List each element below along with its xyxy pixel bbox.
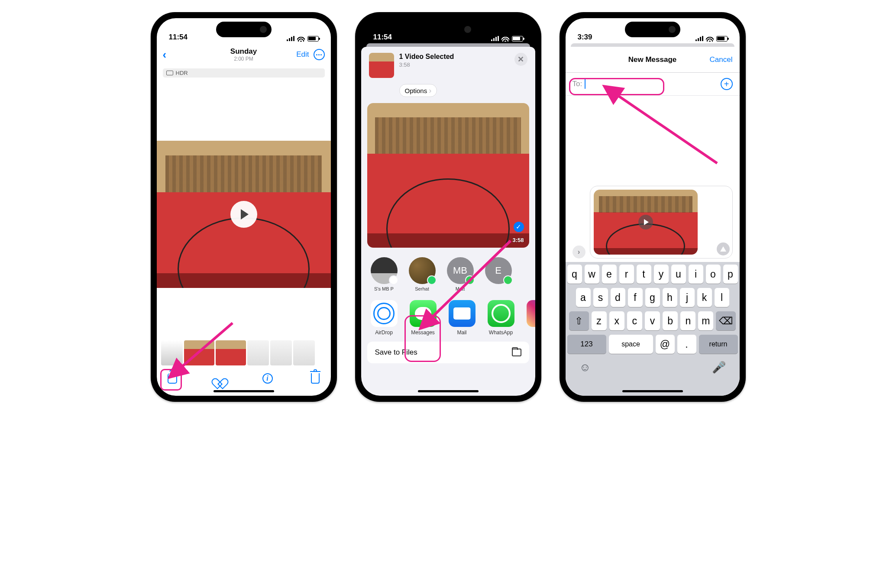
home-indicator[interactable] [418,390,479,392]
keyboard-key[interactable]: q [567,265,582,284]
nav-bar: ‹ Sunday 2:00 PM Edit [157,43,331,66]
home-indicator[interactable] [213,390,274,392]
emoji-button[interactable]: ☺ [579,361,591,374]
status-time: 11:54 [373,33,392,42]
new-message-screen: 3:39 New Message Cancel To: + [566,18,740,396]
keyboard-key[interactable]: f [628,288,643,307]
keyboard-shift-key[interactable]: ⇧ [569,311,589,330]
delete-button[interactable] [309,372,321,384]
thumb-item[interactable] [247,340,269,365]
add-contact-button[interactable]: + [721,78,733,90]
keyboard[interactable]: qwertyuiop asdfghjkl ⇧zxcvbnm⌫ 123 space… [566,262,740,396]
recipient-input[interactable] [588,80,652,88]
keyboard-key[interactable]: c [627,311,642,330]
send-button[interactable] [717,242,730,255]
share-button[interactable] [166,372,178,384]
selected-check-icon[interactable]: ✓ [514,222,524,232]
keyboard-key[interactable]: o [706,265,721,284]
keyboard-delete-key[interactable]: ⌫ [716,311,736,330]
recipient-row[interactable]: To: + [566,73,740,96]
thumb-item[interactable] [293,340,315,365]
keyboard-key[interactable]: b [663,311,678,330]
thumb-item[interactable] [216,340,246,365]
keyboard-key[interactable]: s [593,288,608,307]
keyboard-key[interactable]: p [723,265,738,284]
back-button[interactable]: ‹ [163,48,167,61]
keyboard-space-key[interactable]: space [609,335,653,354]
share-app-messages[interactable]: Messages [408,300,438,336]
share-contact[interactable]: E [483,257,514,291]
thumb-item[interactable] [184,340,214,365]
keyboard-key[interactable]: t [637,265,651,284]
nav-bar: New Message Cancel [566,47,740,73]
bottom-toolbar: i [157,368,331,389]
share-contact[interactable]: S's MB P [369,257,399,291]
share-sheet: 1 Video Selected 3:58 ✕ Options › ✓ 3:58… [361,47,535,396]
battery-icon [307,36,319,42]
wifi-icon [706,36,714,42]
keyboard-key[interactable]: e [602,265,617,284]
share-sheet-screen: 11:54 1 Video Selected 3:58 ✕ Options › [361,18,535,396]
close-button[interactable]: ✕ [514,53,527,66]
share-app-instagram[interactable]: In [525,300,535,336]
keyboard-at-key[interactable]: @ [656,335,675,354]
thumb-item[interactable] [270,340,292,365]
photos-screen: 11:54 ‹ Sunday 2:00 PM Edit HDR [157,18,331,396]
keyboard-key[interactable]: l [715,288,729,307]
keyboard-key[interactable]: j [680,288,695,307]
share-app-whatsapp[interactable]: WhatsApp [486,300,516,336]
messages-badge-icon [465,275,475,285]
keyboard-key[interactable]: a [576,288,591,307]
dynamic-island [421,22,476,37]
wifi-icon [297,36,305,42]
save-to-files-action[interactable]: Save to Files [367,342,529,363]
status-time: 3:39 [578,33,592,42]
dictation-button[interactable]: 🎤 [712,361,726,374]
share-actions-list: Save to Files [367,342,529,363]
message-area: › [566,96,740,262]
keyboard-dot-key[interactable]: . [677,335,696,354]
video-attachment[interactable] [594,190,698,255]
thumb-item[interactable] [161,340,183,365]
keyboard-key[interactable]: g [645,288,660,307]
keyboard-key[interactable]: x [609,311,624,330]
keyboard-key[interactable]: z [592,311,607,330]
keyboard-key[interactable]: k [697,288,712,307]
video-thumbnail[interactable] [157,141,331,288]
keyboard-return-key[interactable]: return [699,335,738,354]
keyboard-key[interactable]: r [619,265,634,284]
photo-viewer[interactable]: i [157,80,331,396]
keyboard-key[interactable]: m [698,311,713,330]
keyboard-key[interactable]: v [645,311,660,330]
nav-title-time: 2:00 PM [230,56,257,62]
share-preview[interactable]: ✓ 3:58 [367,103,529,248]
keyboard-key[interactable]: y [654,265,669,284]
message-bubble[interactable] [590,186,733,258]
keyboard-numbers-key[interactable]: 123 [567,335,606,354]
edit-button[interactable]: Edit [296,50,309,59]
keyboard-key[interactable]: i [689,265,703,284]
keyboard-key[interactable]: n [680,311,695,330]
home-indicator[interactable] [622,390,683,392]
expand-input-button[interactable]: › [573,246,585,258]
thumbnail-strip[interactable] [157,340,331,365]
share-contact[interactable]: Serhat [407,257,437,291]
keyboard-key[interactable]: h [663,288,677,307]
selection-title: 1 Video Selected [399,53,454,61]
options-button[interactable]: Options › [399,84,437,97]
play-icon [638,215,653,229]
play-icon[interactable] [230,201,257,228]
share-app-airdrop[interactable]: AirDrop [369,300,399,336]
share-contact[interactable]: MB Matt [445,257,475,291]
keyboard-key[interactable]: u [671,265,686,284]
share-contacts-row[interactable]: S's MB P Serhat MB Matt E [361,254,535,297]
share-app-mail[interactable]: Mail [447,300,477,336]
favorite-button[interactable] [214,372,226,384]
cancel-button[interactable]: Cancel [710,55,733,64]
more-button[interactable] [314,49,325,60]
keyboard-key[interactable]: w [585,265,599,284]
phone-photos: 11:54 ‹ Sunday 2:00 PM Edit HDR [151,12,337,402]
share-apps-row[interactable]: AirDrop Messages Mail WhatsApp In [361,297,535,342]
keyboard-key[interactable]: d [611,288,625,307]
info-button[interactable]: i [262,372,274,384]
